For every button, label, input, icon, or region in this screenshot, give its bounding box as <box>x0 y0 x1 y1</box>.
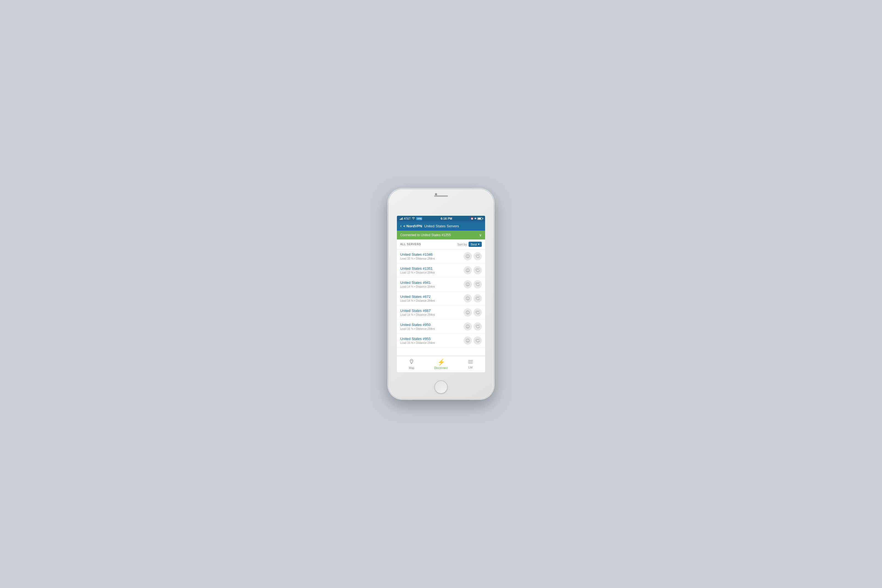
server-list-item: United States #950 Load 16 % • Distance … <box>397 320 485 334</box>
home-button[interactable] <box>434 381 448 394</box>
server-info: United States #1346 Load 10 % • Distance… <box>400 252 464 260</box>
favorite-button[interactable] <box>474 322 482 331</box>
connect-button[interactable] <box>464 322 472 331</box>
favorite-button[interactable] <box>474 280 482 288</box>
server-list-item: United States #1351 Load 13 % • Distance… <box>397 263 485 278</box>
server-name: United States #955 <box>400 337 464 341</box>
phone-screen: AT&T VPN 6:16 PM ⏰ ✱ <box>397 216 485 372</box>
connected-text: Connected to United States #1255 <box>400 233 451 237</box>
server-meta: Load 16 % • Distance 284mi <box>400 327 464 330</box>
server-actions <box>464 280 482 288</box>
banner-chevron-icon: ∨ <box>479 233 482 237</box>
server-info: United States #955 Load 16 % • Distance … <box>400 337 464 344</box>
disconnect-lightning-icon: ⚡ <box>437 359 445 366</box>
tab-bar: Map ⚡ Disconnect List <box>397 356 485 372</box>
server-name: United States #950 <box>400 322 464 327</box>
tab-disconnect-label: Disconnect <box>434 366 448 369</box>
back-button[interactable]: ‹ <box>400 224 402 228</box>
connect-button[interactable] <box>464 308 472 316</box>
server-list-item: United States #667 Load 14 % • Distance … <box>397 306 485 320</box>
server-name: United States #1346 <box>400 252 464 256</box>
tab-list-label: List <box>468 366 473 369</box>
svg-point-14 <box>411 360 412 361</box>
server-name: United States #1351 <box>400 267 464 271</box>
server-actions <box>464 322 482 331</box>
connect-button[interactable] <box>464 336 472 345</box>
server-list-item: United States #1346 Load 10 % • Distance… <box>397 249 485 263</box>
phone-frame: AT&T VPN 6:16 PM ⏰ ✱ <box>388 189 494 399</box>
server-meta: Load 14 % • Distance 284mi <box>400 299 464 302</box>
sort-value: Best <box>471 243 477 246</box>
server-list-item: United States #672 Load 14 % • Distance … <box>397 291 485 306</box>
server-list-item: United States #955 Load 16 % • Distance … <box>397 334 485 348</box>
tab-disconnect[interactable]: ⚡ Disconnect <box>426 356 456 372</box>
server-info: United States #941 Load 14 % • Distance … <box>400 280 464 288</box>
favorite-button[interactable] <box>474 336 482 345</box>
nav-title: < NordVPN United States Servers <box>403 224 459 228</box>
server-name: United States #941 <box>400 280 464 285</box>
server-list: United States #1346 Load 10 % • Distance… <box>397 249 485 356</box>
connect-button[interactable] <box>464 252 472 260</box>
sort-section: Sort by Best ▾ <box>457 242 482 247</box>
connect-button[interactable] <box>464 294 472 303</box>
tab-list[interactable]: List <box>456 356 485 372</box>
server-meta: Load 10 % • Distance 284mi <box>400 257 464 260</box>
server-info: United States #667 Load 14 % • Distance … <box>400 309 464 316</box>
connect-button[interactable] <box>464 280 472 288</box>
status-right: ⏰ ✱ <box>471 217 482 220</box>
favorite-button[interactable] <box>474 266 482 274</box>
map-icon <box>409 359 414 366</box>
signal-bars-icon <box>400 217 403 220</box>
server-actions <box>464 294 482 303</box>
server-meta: Load 14 % • Distance 284mi <box>400 313 464 316</box>
tab-map-label: Map <box>409 366 414 369</box>
server-meta: Load 13 % • Distance 284mi <box>400 271 464 274</box>
server-actions <box>464 308 482 316</box>
favorite-button[interactable] <box>474 294 482 303</box>
server-name: United States #672 <box>400 294 464 298</box>
wifi-icon <box>412 217 415 220</box>
sort-chevron-icon: ▾ <box>478 243 480 246</box>
server-list-item: United States #941 Load 14 % • Distance … <box>397 278 485 291</box>
status-left: AT&T VPN <box>400 217 422 220</box>
sort-dropdown[interactable]: Best ▾ <box>469 242 482 247</box>
favorite-button[interactable] <box>474 252 482 260</box>
all-servers-label: ALL SERVERS <box>400 243 421 246</box>
server-actions <box>464 336 482 345</box>
tab-map[interactable]: Map <box>397 356 426 372</box>
server-meta: Load 16 % • Distance 284mi <box>400 341 464 344</box>
server-name: United States #667 <box>400 309 464 313</box>
server-meta: Load 14 % • Distance 284mi <box>400 285 464 288</box>
server-actions <box>464 266 482 274</box>
connected-banner[interactable]: Connected to United States #1255 ∨ <box>397 231 485 240</box>
server-info: United States #672 Load 14 % • Distance … <box>400 294 464 302</box>
vpn-badge: VPN <box>416 217 422 220</box>
sort-by-label: Sort by <box>457 243 467 246</box>
alarm-icon: ⏰ <box>471 217 474 220</box>
status-bar: AT&T VPN 6:16 PM ⏰ ✱ <box>397 216 485 221</box>
server-info: United States #1351 Load 13 % • Distance… <box>400 267 464 274</box>
list-header: ALL SERVERS Sort by Best ▾ <box>397 240 485 249</box>
nav-bar: ‹ < NordVPN United States Servers <box>397 221 485 231</box>
carrier-label: AT&T <box>404 217 411 220</box>
phone-speaker <box>434 195 448 197</box>
connect-button[interactable] <box>464 266 472 274</box>
phone-camera <box>435 193 437 195</box>
server-info: United States #950 Load 16 % • Distance … <box>400 322 464 330</box>
status-time: 6:16 PM <box>441 217 452 220</box>
favorite-button[interactable] <box>474 308 482 316</box>
list-icon <box>468 360 473 365</box>
bluetooth-icon: ✱ <box>474 217 477 220</box>
server-actions <box>464 252 482 260</box>
battery-icon <box>477 218 482 220</box>
